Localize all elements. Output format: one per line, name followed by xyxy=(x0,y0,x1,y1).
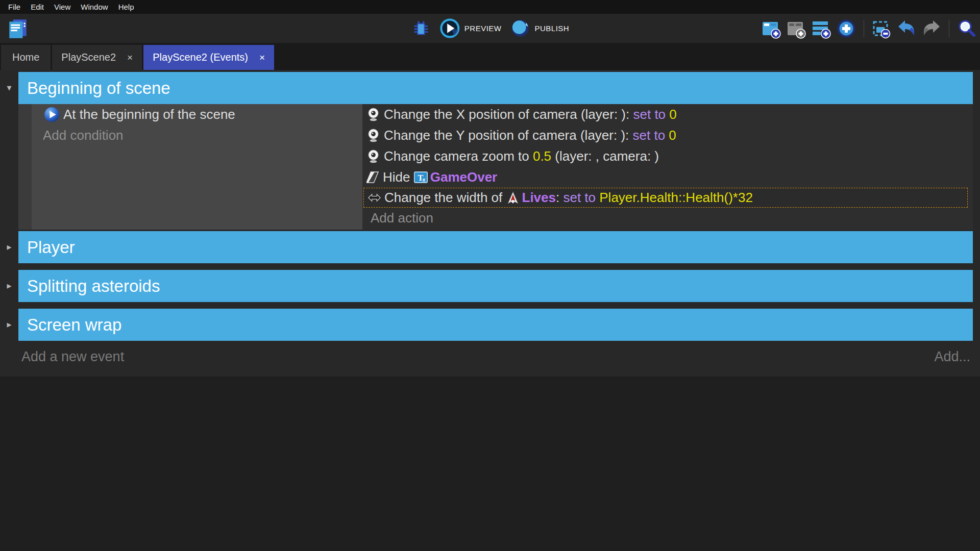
gdevelop-window: File Edit View Window Help xyxy=(0,0,980,551)
add-action-label: Add action xyxy=(371,210,433,226)
disclosure-toggle[interactable]: ▾ xyxy=(3,82,16,93)
action-row-selected[interactable]: Change the width of Lives : set to Playe… xyxy=(363,188,968,208)
camera-icon xyxy=(366,108,380,121)
publish-label: PUBLISH xyxy=(534,24,569,33)
delete-selection-icon xyxy=(871,18,892,39)
event-group-title: Player xyxy=(27,238,75,257)
menu-bar: File Edit View Window Help xyxy=(0,0,980,14)
action-row[interactable]: Change the X position of camera (layer: … xyxy=(362,104,973,125)
add-event-button[interactable] xyxy=(761,18,781,39)
action-value: 0 xyxy=(665,128,676,143)
search-button[interactable] xyxy=(957,18,977,39)
close-icon[interactable]: × xyxy=(259,53,265,62)
tab-label: PlayScene2 (Events) xyxy=(153,52,248,63)
add-circle-button[interactable] xyxy=(836,18,856,39)
action-row[interactable]: Change the Y position of camera (layer: … xyxy=(362,125,973,146)
add-circle-icon xyxy=(836,18,856,39)
add-subevent-button[interactable] xyxy=(786,18,806,39)
project-manager-button[interactable] xyxy=(6,17,30,40)
menu-window[interactable]: Window xyxy=(76,0,113,14)
preview-play-icon xyxy=(439,18,460,39)
add-new-event-link[interactable]: Add a new event xyxy=(21,349,124,365)
actions-panel: Change the X position of camera (layer: … xyxy=(362,104,973,230)
tab-playscene2[interactable]: PlayScene2 × xyxy=(52,45,142,70)
hide-icon xyxy=(366,171,379,184)
tab-home[interactable]: Home xyxy=(1,45,51,70)
add-action-link[interactable]: Add action xyxy=(362,208,973,229)
toolbar-separator xyxy=(949,20,949,37)
action-text: Hide xyxy=(383,169,414,185)
search-icon xyxy=(957,18,977,39)
event-group-header[interactable]: Splitting asteroids xyxy=(18,270,973,302)
action-value: 0 xyxy=(666,107,677,122)
menu-file[interactable]: File xyxy=(3,0,26,14)
object-name: Lives xyxy=(522,190,556,206)
event-group-title: Splitting asteroids xyxy=(27,277,160,296)
action-keyword: set to xyxy=(633,107,666,122)
conditions-panel: At the beginning of the scene Add condit… xyxy=(32,104,362,230)
toolbar-center: PREVIEW PUBLISH xyxy=(411,14,569,43)
begin-condition-icon xyxy=(44,107,60,122)
preview-button[interactable]: PREVIEW xyxy=(439,18,502,39)
add-ellipsis-link[interactable]: Add... xyxy=(934,349,970,365)
toolbar-right xyxy=(761,14,977,43)
action-value: Player.Health::Health()*32 xyxy=(596,190,753,206)
disclosure-toggle[interactable]: ▸ xyxy=(3,319,16,330)
add-condition-link[interactable]: Add condition xyxy=(32,125,362,146)
event-group-header[interactable]: Screen wrap xyxy=(18,309,973,341)
svg-text:x: x xyxy=(422,177,425,183)
menu-help[interactable]: Help xyxy=(113,0,139,14)
redo-button[interactable] xyxy=(921,18,942,39)
close-icon[interactable]: × xyxy=(127,53,133,62)
add-comment-icon xyxy=(811,18,831,39)
event-indent-strip xyxy=(18,104,32,230)
action-row[interactable]: Hide T x GameOver xyxy=(362,167,973,188)
undo-button[interactable] xyxy=(896,18,917,39)
redo-icon xyxy=(921,18,942,39)
menu-edit[interactable]: Edit xyxy=(26,0,49,14)
menu-view[interactable]: View xyxy=(49,0,76,14)
condition-row[interactable]: At the beginning of the scene xyxy=(32,104,362,125)
debug-button[interactable] xyxy=(411,18,431,39)
action-keyword: set to xyxy=(633,128,666,143)
add-comment-button[interactable] xyxy=(811,18,831,39)
camera-icon xyxy=(366,129,380,142)
event-group-header[interactable]: Player xyxy=(18,231,973,263)
condition-text: At the beginning of the scene xyxy=(63,107,235,122)
publish-sphere-icon xyxy=(509,18,530,39)
action-value: 0.5 xyxy=(533,148,551,164)
action-text: Change the X position of camera (layer: … xyxy=(384,107,633,122)
project-manager-icon xyxy=(6,17,30,40)
add-condition-label: Add condition xyxy=(43,128,124,143)
action-text: Change the Y position of camera (layer: … xyxy=(384,128,633,143)
publish-button[interactable]: PUBLISH xyxy=(509,18,569,39)
undo-icon xyxy=(896,18,917,39)
add-subevent-icon xyxy=(786,18,806,39)
toolbar-separator xyxy=(864,20,864,37)
object-name: GameOver xyxy=(430,169,498,185)
tab-bar: Home PlayScene2 × PlayScene2 (Events) × xyxy=(0,43,980,70)
tab-label: PlayScene2 xyxy=(61,52,116,63)
delete-selection-button[interactable] xyxy=(871,18,892,39)
event-group-header[interactable]: Beginning of scene xyxy=(18,72,973,104)
width-arrow-icon xyxy=(368,191,381,204)
action-text: Change the width of xyxy=(384,190,506,206)
lives-object-icon xyxy=(506,191,520,205)
add-event-icon xyxy=(761,18,781,39)
tab-playscene2-events[interactable]: PlayScene2 (Events) × xyxy=(143,45,274,70)
event-group-title: Screen wrap xyxy=(27,315,121,335)
disclosure-toggle[interactable]: ▸ xyxy=(3,241,16,253)
action-keyword: set to xyxy=(563,190,596,206)
disclosure-toggle[interactable]: ▸ xyxy=(3,280,16,291)
action-text: (layer: , camera: ) xyxy=(551,148,659,164)
text-object-icon: T x xyxy=(414,170,428,184)
action-text: Change camera zoom to xyxy=(384,148,533,164)
action-text: : xyxy=(556,190,563,206)
toolbar: PREVIEW PUBLISH xyxy=(0,14,980,43)
preview-label: PREVIEW xyxy=(464,24,502,33)
debug-icon xyxy=(411,19,431,38)
action-row[interactable]: Change camera zoom to 0.5 (layer: , came… xyxy=(362,146,973,167)
tab-label: Home xyxy=(12,52,39,63)
camera-icon xyxy=(366,149,380,163)
event-group-title: Beginning of scene xyxy=(27,79,170,98)
